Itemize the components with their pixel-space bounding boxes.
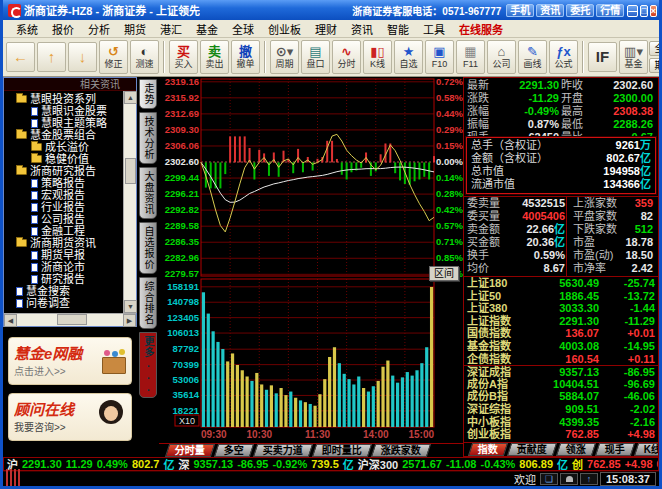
index-row[interactable]: 成份A指10404.51-96.69 (464, 378, 658, 391)
if-index-button[interactable]: IF (588, 42, 617, 72)
tree-item[interactable]: 慧金股票组合 (4, 129, 136, 141)
vertical-tab-技术分析[interactable]: 技术分析 (139, 112, 157, 164)
tree-item[interactable]: 问卷调查 (4, 297, 136, 309)
ad-link[interactable]: 我要咨询>> (14, 419, 96, 434)
vertical-tab-more[interactable]: 更多... (139, 332, 157, 398)
index-row[interactable]: 上证1805630.49-25.74 (464, 277, 658, 290)
down-button[interactable]: ↓ (68, 42, 97, 72)
quick-button-行情[interactable]: 行情 (596, 4, 624, 17)
revise-button[interactable]: ↺修正 (99, 40, 128, 74)
ad-banner-advisor-online[interactable]: 顾问在线 我要咨询>> (8, 393, 132, 441)
index-row[interactable]: 深证综指909.51-2.02 (464, 403, 658, 416)
tree-item[interactable]: 浙商期货资讯 (4, 237, 136, 249)
index-row[interactable]: 深证成指9357.13-86.95 (464, 365, 658, 378)
chart-tab-多空[interactable]: 多空 (214, 444, 254, 457)
tree-item[interactable]: 慧金搜索 (4, 285, 136, 297)
tree-item[interactable]: 成长溢价 (4, 141, 136, 153)
scroll-left-icon[interactable]: ◀ (4, 314, 17, 327)
maximize-button[interactable]: □ (640, 5, 647, 17)
tree-vertical-scrollbar[interactable]: ▲ ▼ (123, 91, 136, 313)
chart-tab-分时量[interactable]: 分时量 (165, 444, 215, 457)
menu-item-全球[interactable]: 全球 (225, 21, 261, 37)
seal-icon[interactable] (14, 469, 16, 488)
menu-item-报价[interactable]: 报价 (45, 21, 81, 37)
scroll-right-icon[interactable]: ▶ (123, 314, 136, 327)
tree-item[interactable]: 行业报告 (4, 201, 136, 213)
tree-item[interactable]: 浙商研究报告 (4, 165, 136, 177)
tree-item[interactable]: 慧眼主题策略 (4, 117, 136, 129)
index-row[interactable]: 企债指数160.54+0.11 (464, 353, 658, 366)
f10-button[interactable]: ▣F10 (425, 40, 454, 74)
ad-banner-ewangrong[interactable]: 慧金e网融 点击进入>> (8, 337, 132, 385)
sell-button[interactable]: 卖卖出 (200, 40, 229, 74)
seal-icon[interactable] (10, 469, 12, 488)
scroll-thumb[interactable] (125, 158, 136, 184)
panel-tab-领涨[interactable]: 领涨 (556, 443, 596, 456)
kline-button[interactable]: ▮▯K线 (363, 40, 392, 74)
index-row[interactable]: 创业板指762.85+4.98 (464, 428, 658, 441)
index-row[interactable]: 中小板指4399.35-2.16 (464, 416, 658, 429)
speed-test-button[interactable]: ◐测速 (130, 40, 159, 74)
menu-item-理财[interactable]: 理财 (308, 21, 344, 37)
panel-tab-K线[interactable]: K线 (634, 443, 659, 456)
company-button[interactable]: ⌂公司 (487, 40, 516, 74)
panel-tab-指数[interactable]: 指数 (468, 443, 508, 456)
tree-item[interactable]: 金融工程 (4, 225, 136, 237)
scroll-thumb[interactable] (57, 314, 87, 325)
tree-horizontal-scrollbar[interactable]: ◀ ▶ (4, 313, 136, 326)
index-row[interactable]: 上证501886.45-13.72 (464, 290, 658, 303)
fund-button[interactable]: ▥▾基金 (619, 40, 648, 74)
menu-item-基金[interactable]: 基金 (189, 21, 225, 37)
close-button[interactable]: × (650, 5, 657, 17)
menu-item-资讯[interactable]: 资讯 (344, 21, 380, 37)
panel-tab-现手[interactable]: 现手 (595, 443, 635, 456)
chart-tab-买卖力道[interactable]: 买卖力道 (253, 444, 313, 457)
seal-icon[interactable] (18, 469, 20, 488)
interval-button[interactable]: 区间 (429, 266, 459, 281)
up-button[interactable]: ↑ (37, 42, 66, 72)
messages-icon[interactable]: ❏ (540, 473, 558, 485)
timeshare-chart-area[interactable]: 2319.160.72%2315.920.58%2312.690.44%2309… (159, 77, 463, 457)
order-book-button[interactable]: ▤盘口 (301, 40, 330, 74)
seal-icon[interactable] (6, 469, 8, 488)
tree-item[interactable]: 浙商论市 (4, 261, 136, 273)
vertical-tab-走势[interactable]: 走势 (139, 79, 157, 109)
back-button[interactable]: ← (6, 42, 35, 72)
tree-item[interactable]: 稳健价值 (4, 153, 136, 165)
scroll-down-icon[interactable]: ▼ (124, 300, 137, 313)
upload-icon[interactable]: ↑ (580, 473, 598, 485)
index-row[interactable]: 国债指数136.07+0.01 (464, 327, 658, 340)
minimize-button[interactable]: — (627, 5, 638, 17)
formula-button[interactable]: ƒx公式 (549, 40, 578, 74)
menu-item-港汇[interactable]: 港汇 (153, 21, 189, 37)
menu-item-工具[interactable]: 工具 (416, 21, 452, 37)
bell-icon[interactable] (560, 473, 578, 485)
timeshare-button[interactable]: ∿分时 (332, 40, 361, 74)
tree-item[interactable]: 慧眼识金股票 (4, 105, 136, 117)
period-button[interactable]: ⊙▾周期 (270, 40, 299, 74)
draw-line-button[interactable]: ✎画线 (518, 40, 547, 74)
quick-button-手机[interactable]: 手机 (506, 4, 534, 17)
cancel-order-button[interactable]: 撤撤单 (231, 40, 260, 74)
tree-item[interactable]: 策略报告 (4, 177, 136, 189)
timeshare-chart[interactable]: 2319.160.72%2315.920.58%2312.690.44%2309… (159, 77, 463, 443)
index-row[interactable]: 基金指数4003.08-14.95 (464, 340, 658, 353)
tree-item[interactable]: 研究报告 (4, 273, 136, 285)
menu-item-智能[interactable]: 智能 (380, 21, 416, 37)
tree-item[interactable]: 宏观报告 (4, 189, 136, 201)
menu-item-创业板[interactable]: 创业板 (261, 21, 308, 37)
quick-button-资讯[interactable]: 资讯 (536, 4, 564, 17)
index-row[interactable]: 成份B指5884.07-46.06 (464, 390, 658, 403)
menu-item-期货[interactable]: 期货 (117, 21, 153, 37)
chart-tab-涨跌家数[interactable]: 涨跌家数 (371, 444, 431, 457)
chart-tab-即时量比[interactable]: 即时量比 (312, 444, 372, 457)
menu-item-系统[interactable]: 系统 (9, 21, 45, 37)
vertical-tab-大盘资讯[interactable]: 大盘资讯 (139, 167, 157, 219)
buy-button[interactable]: 买买入 (169, 40, 198, 74)
tree-item[interactable]: 公司报告 (4, 213, 136, 225)
index-row[interactable]: 上证指数2291.30-11.29 (464, 315, 658, 328)
vertical-tab-综合排名[interactable]: 综合排名 (139, 277, 157, 329)
f11-button[interactable]: ▦F11 (456, 40, 485, 74)
tree-item[interactable]: 慧眼投资系列 (4, 93, 136, 105)
menu-item-在线服务[interactable]: 在线服务 (452, 21, 510, 37)
